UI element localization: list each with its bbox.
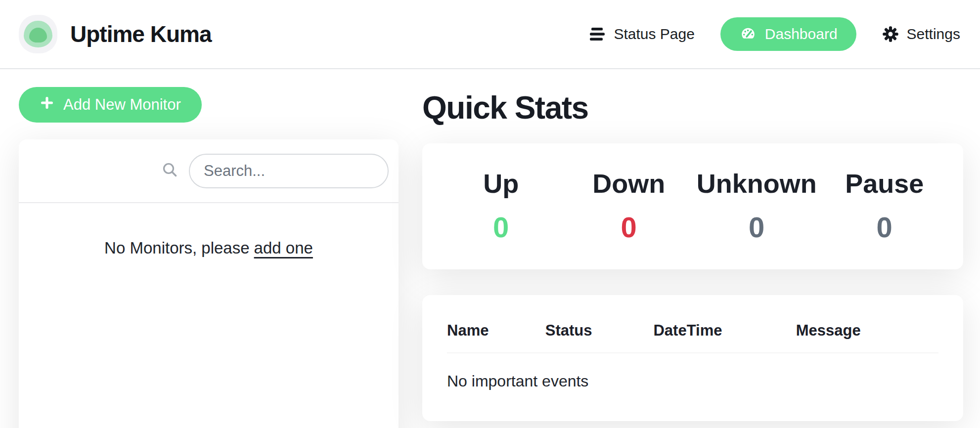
nav-settings[interactable]: Settings [882,26,960,43]
stat-unknown: Unknown 0 [693,168,821,243]
quick-stats-card: Up 0 Down 0 Unknown 0 Pause 0 [422,143,963,270]
add-one-link[interactable]: add one [254,239,313,257]
tachometer-icon [739,26,757,43]
logo-core-dome [29,28,47,43]
stat-unknown-value: 0 [693,212,821,243]
main-nav: Status Page Dashboard [590,17,960,51]
no-important-events-row: No important events [447,353,938,390]
monitor-search-row [19,139,399,203]
app-title: Uptime Kuma [70,21,211,47]
stat-pause-label: Pause [821,168,949,199]
monitor-list-card: No Monitors, pleaseadd one [19,139,399,428]
events-col-message: Message [796,322,938,353]
nav-dashboard[interactable]: Dashboard [720,17,856,51]
add-new-monitor-button[interactable]: Add New Monitor [19,87,202,123]
dashboard-content: Quick Stats Up 0 Down 0 Unknown 0 Pause … [422,87,963,421]
nav-status-page[interactable]: Status Page [590,26,694,43]
events-col-name: Name [447,322,545,353]
no-monitors-message: No Monitors, pleaseadd one [19,239,399,257]
events-table-header: Name Status DateTime Message [447,322,938,353]
search-icon [161,161,179,181]
monitor-sidebar: Add New Monitor No Monitors, pleaseadd o… [19,87,399,428]
no-monitors-text: No Monitors, please [104,239,249,257]
plus-icon [40,95,54,114]
nav-settings-label: Settings [907,26,960,43]
brand: Uptime Kuma [19,15,211,53]
page-title: Quick Stats [422,90,963,127]
nav-dashboard-label: Dashboard [765,26,838,43]
gear-icon [882,26,899,43]
stat-up-value: 0 [437,212,565,243]
uptime-kuma-logo-icon [19,15,57,53]
important-events-card: Name Status DateTime Message No importan… [422,295,963,421]
stat-unknown-label: Unknown [693,168,821,199]
main-layout: Add New Monitor No Monitors, pleaseadd o… [0,69,980,428]
stat-pause: Pause 0 [821,168,949,243]
search-input[interactable] [189,154,389,188]
logo-middle-ring [24,21,52,47]
events-col-status: Status [545,322,654,353]
stat-down: Down 0 [565,168,693,243]
list-icon [590,27,606,41]
app-header: Uptime Kuma Status Page [0,0,980,69]
add-new-monitor-label: Add New Monitor [63,96,181,114]
events-col-datetime: DateTime [653,322,796,353]
stat-up: Up 0 [437,168,565,243]
stat-pause-value: 0 [821,212,949,243]
stat-down-label: Down [565,168,693,199]
nav-status-page-label: Status Page [614,26,694,43]
stat-down-value: 0 [565,212,693,243]
stat-up-label: Up [437,168,565,199]
